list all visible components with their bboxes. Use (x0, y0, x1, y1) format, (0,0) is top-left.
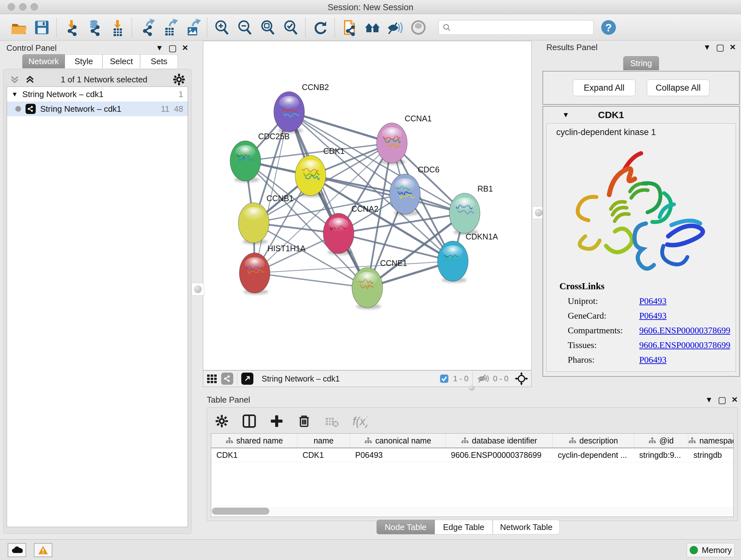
import-network-database-icon[interactable] (85, 18, 104, 37)
node-CCNE1[interactable]: CCNE1 (352, 259, 407, 309)
open-session-icon[interactable] (10, 18, 28, 37)
tab-node-table[interactable]: Node Table (377, 520, 434, 535)
fit-content-crosshair-icon[interactable] (515, 372, 528, 385)
results-tab-string[interactable]: String (623, 56, 659, 70)
show-graphics-details-icon[interactable] (409, 18, 428, 37)
zoom-fit-icon[interactable] (259, 18, 277, 37)
zoom-out-icon[interactable] (235, 18, 254, 37)
results-panel-maximize-icon[interactable]: ▢ (716, 42, 724, 53)
open-in-new-window-icon[interactable] (241, 373, 253, 385)
column-header-shared-name[interactable]: shared name (211, 434, 297, 448)
function-builder-icon: f(x) (351, 413, 367, 431)
node-CCNA1[interactable]: CCNA1 (377, 114, 432, 165)
first-neighbors-icon[interactable] (363, 18, 382, 37)
memory-button[interactable]: Memory (687, 543, 735, 557)
network-view-canvas[interactable]: CCNB2CCNA1CDC25BCDK1CDC6RB1CCNB1CCNA2CDK… (203, 41, 532, 370)
search-input[interactable] (454, 23, 590, 32)
collection-expand-icon[interactable]: ▼ (11, 91, 18, 98)
left-splitter-handle[interactable] (192, 283, 204, 296)
column-header-description[interactable]: description (553, 434, 634, 448)
export-image-icon[interactable] (183, 18, 202, 37)
svg-text:f(x): f(x) (353, 415, 367, 428)
column-header-namespace[interactable]: namespace (688, 434, 734, 448)
node-CDKN1A[interactable]: CDKN1A (437, 232, 498, 283)
cell-namespace[interactable]: stringdb (688, 448, 734, 462)
tab-select[interactable]: Select (103, 54, 140, 68)
column-header--id[interactable]: @id (634, 434, 688, 448)
title-bar: Session: New Session (0, 0, 741, 14)
cell-description[interactable]: cyclin-dependent ... (553, 448, 634, 462)
table-panel-close-icon[interactable]: ✕ (731, 395, 738, 404)
node-HIST1H1A[interactable]: HIST1H1A (239, 244, 306, 295)
string-style-toggle-icon[interactable] (221, 373, 233, 385)
tab-network[interactable]: Network (22, 54, 65, 68)
import-network-file-icon[interactable] (62, 18, 80, 37)
crosslink-link[interactable]: 9606.ENSP00000378699 (639, 325, 730, 335)
tab-sets[interactable]: Sets (140, 54, 178, 68)
edge-CCNE1-HIST1H1A[interactable] (255, 273, 367, 288)
table-panel-float-icon[interactable]: ▼ (705, 395, 713, 404)
node-RB1[interactable]: RB1 (449, 184, 493, 235)
edge-CCNB2-CCNA1[interactable] (289, 112, 392, 143)
control-panel-maximize-icon[interactable]: ▢ (168, 43, 177, 53)
zoom-selected-icon[interactable] (281, 18, 300, 37)
birds-eye-grid-icon[interactable] (206, 373, 217, 384)
cell-shared-name[interactable]: CDK1 (211, 448, 297, 462)
tab-edge-table[interactable]: Edge Table (434, 520, 493, 535)
collapse-all-networks-icon[interactable] (9, 75, 20, 84)
cell-canonical-name[interactable]: P06493 (350, 448, 446, 462)
network-row[interactable]: String Network – cdk1 11 48 (7, 102, 188, 116)
network-collection-row[interactable]: ▼ String Network – cdk1 1 (7, 87, 188, 102)
column-header-name[interactable]: name (297, 434, 350, 448)
column-network-icon (688, 437, 696, 444)
zoom-in-icon[interactable] (212, 18, 231, 37)
control-panel-close-icon[interactable]: ✕ (182, 44, 188, 52)
crosslink-link[interactable]: P06493 (639, 355, 667, 365)
cloud-status-button[interactable] (8, 543, 26, 557)
expand-all-networks-icon[interactable] (24, 75, 36, 84)
network-options-gear-icon[interactable] (173, 73, 185, 86)
control-panel-title: Control Panel (6, 43, 57, 53)
cell-name[interactable]: CDK1 (297, 448, 350, 462)
cell--id[interactable]: stringdb:9... (634, 448, 688, 462)
column-header-database-identifier[interactable]: database identifier (446, 434, 553, 448)
warnings-button[interactable] (34, 543, 52, 557)
edge-CCNB2-CCNE1[interactable] (289, 112, 367, 288)
new-network-from-selection-icon[interactable] (340, 18, 359, 37)
add-column-icon[interactable] (268, 413, 285, 431)
results-panel-float-icon[interactable]: ▼ (703, 43, 711, 52)
collapse-all-button[interactable]: Collapse All (647, 79, 710, 96)
import-table-file-icon[interactable] (108, 18, 126, 37)
delete-column-icon[interactable] (296, 413, 313, 431)
bottom-splitter-handle[interactable] (465, 384, 479, 391)
crosslink-link[interactable]: P06493 (639, 296, 667, 306)
refresh-icon[interactable] (311, 18, 329, 37)
hide-selected-icon[interactable] (386, 18, 405, 37)
export-table-icon[interactable] (160, 18, 179, 37)
cell-database-identifier[interactable]: 9606.ENSP00000378699 (446, 448, 553, 462)
node-CDC6[interactable]: CDC6 (390, 165, 440, 216)
table-panel-maximize-icon[interactable]: ▢ (718, 395, 726, 405)
search-box[interactable] (439, 20, 594, 35)
expand-all-button[interactable]: Expand All (573, 79, 635, 96)
tab-style[interactable]: Style (65, 54, 103, 68)
crosslink-link[interactable]: P06493 (639, 311, 667, 321)
table-settings-icon[interactable] (213, 413, 230, 431)
node-label-CCNB1: CCNB1 (266, 194, 293, 203)
gene-section-collapse-icon[interactable]: ▼ (562, 111, 569, 119)
network-graph[interactable]: CCNB2CCNA1CDC25BCDK1CDC6RB1CCNB1CCNA2CDK… (203, 41, 531, 370)
save-session-icon[interactable] (32, 18, 51, 37)
node-label-CCNE1: CCNE1 (380, 259, 407, 267)
export-network-icon[interactable] (137, 18, 156, 37)
selected-count-checkbox-icon[interactable] (439, 374, 449, 384)
results-panel-close-icon[interactable]: ✕ (730, 43, 736, 52)
node-CCNB2[interactable]: CCNB2 (274, 83, 329, 133)
column-visibility-icon[interactable] (241, 413, 258, 431)
help-icon[interactable]: ? (599, 18, 618, 37)
node-table[interactable]: shared namenamecanonical namedatabase id… (211, 433, 734, 517)
table-horizontal-scrollbar[interactable] (212, 507, 734, 515)
control-panel-float-icon[interactable]: ▼ (156, 44, 163, 52)
crosslink-link[interactable]: 9606.ENSP00000378699 (639, 340, 730, 350)
column-header-canonical-name[interactable]: canonical name (350, 434, 446, 448)
tab-network-table[interactable]: Network Table (493, 520, 560, 535)
